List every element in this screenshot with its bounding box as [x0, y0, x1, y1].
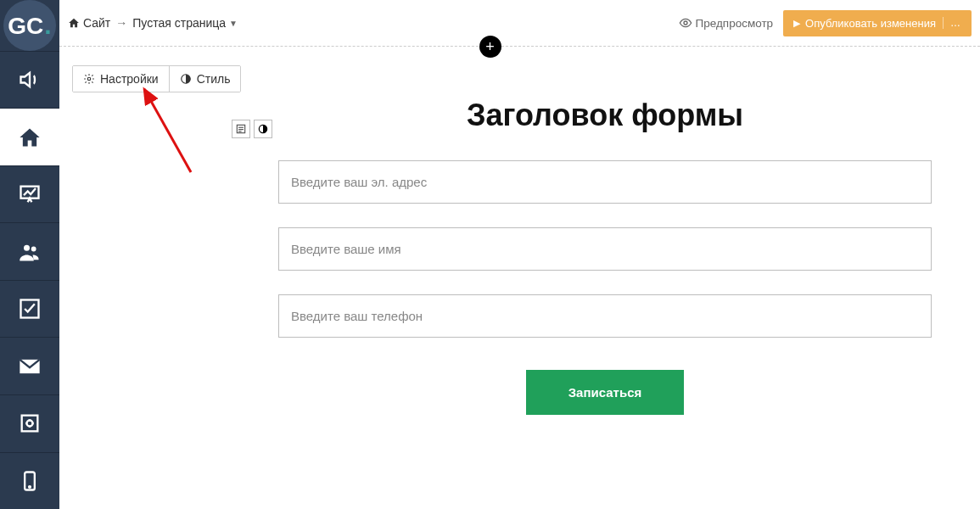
- eye-icon: [679, 16, 692, 30]
- svg-point-5: [27, 421, 33, 427]
- publish-label: Опубликовать изменения: [805, 17, 936, 30]
- play-icon: ▶: [793, 18, 800, 29]
- sidebar-item-users[interactable]: [0, 222, 59, 280]
- preview-button[interactable]: Предпросмотр: [679, 16, 774, 30]
- breadcrumb-page: Пустая страница: [132, 16, 226, 30]
- svg-rect-4: [22, 416, 38, 432]
- chevron-down-icon: ▼: [229, 19, 238, 28]
- left-sidebar: GC.: [0, 0, 59, 509]
- safe-icon: [18, 411, 42, 435]
- form-title: Заголовок формы: [278, 98, 932, 133]
- sidebar-item-analytics[interactable]: [0, 165, 59, 223]
- sidebar-item-home[interactable]: [0, 108, 59, 165]
- svg-point-7: [29, 486, 31, 488]
- breadcrumb[interactable]: Сайт → Пустая страница ▼: [68, 16, 238, 30]
- home-icon: [18, 126, 42, 149]
- form-block: Заголовок формы Записаться: [278, 98, 932, 415]
- preview-label: Предпросмотр: [696, 17, 774, 30]
- breadcrumb-site: Сайт: [83, 16, 110, 30]
- email-input[interactable]: [278, 160, 932, 204]
- logo[interactable]: GC.: [3, 0, 56, 51]
- submit-button[interactable]: Записаться: [526, 370, 685, 415]
- more-icon: …: [943, 17, 961, 29]
- chart-presentation-icon: [18, 182, 42, 206]
- breadcrumb-arrow: →: [115, 16, 127, 30]
- home-small-icon: [68, 17, 80, 29]
- sidebar-item-mobile[interactable]: [0, 452, 59, 510]
- topbar: Сайт → Пустая страница ▼ Предпросмотр ▶ …: [59, 0, 980, 47]
- users-icon: [18, 240, 42, 264]
- sidebar-item-tasks[interactable]: [0, 280, 59, 338]
- svg-point-8: [684, 21, 687, 25]
- phone-input[interactable]: [278, 294, 932, 338]
- add-section-button[interactable]: +: [479, 36, 501, 58]
- sidebar-item-sound[interactable]: [0, 51, 59, 109]
- sidebar-item-mail[interactable]: [0, 337, 59, 394]
- logo-text: GC.: [8, 11, 51, 40]
- canvas: Заголовок формы Записаться: [59, 47, 980, 509]
- sound-icon: [18, 68, 42, 92]
- sidebar-item-safe[interactable]: [0, 394, 59, 452]
- svg-point-2: [31, 246, 36, 251]
- mail-icon: [18, 355, 42, 378]
- checkbox-icon: [18, 297, 42, 321]
- name-input[interactable]: [278, 227, 932, 271]
- publish-button[interactable]: ▶ Опубликовать изменения …: [783, 10, 972, 36]
- svg-point-1: [24, 244, 30, 250]
- phone-icon: [18, 469, 42, 493]
